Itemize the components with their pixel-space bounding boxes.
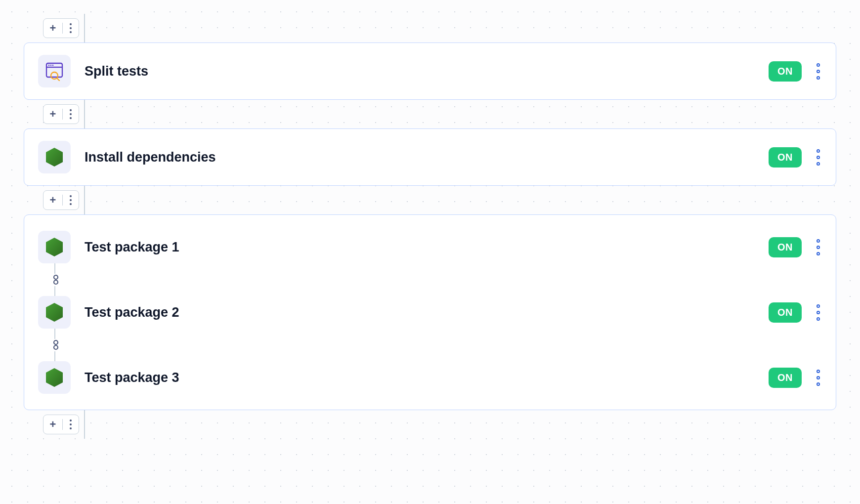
add-step-controls: +	[43, 18, 79, 38]
plus-icon: +	[50, 419, 56, 430]
add-step-controls: +	[43, 104, 79, 124]
kebab-icon	[70, 108, 72, 120]
step-menu-button[interactable]	[815, 237, 822, 257]
sub-step-test-package-2[interactable]: Test package 2 ON	[38, 296, 822, 329]
step-title: Split tests	[85, 64, 755, 79]
connector-row: +	[24, 100, 836, 128]
kebab-icon	[817, 149, 820, 153]
workflow-canvas: + Split tests ON	[0, 0, 860, 454]
script-icon	[38, 55, 71, 87]
more-button[interactable]	[63, 191, 79, 210]
kebab-icon	[817, 304, 820, 308]
svg-point-10	[54, 280, 58, 284]
svg-point-12	[54, 340, 58, 344]
connector-row: +	[24, 186, 836, 214]
toggle-on[interactable]: ON	[769, 302, 802, 323]
svg-marker-14	[46, 368, 63, 387]
connector-line	[84, 14, 85, 42]
link-icon	[49, 274, 62, 286]
connector-line	[84, 100, 85, 128]
step-title: Test package 1	[85, 240, 755, 255]
step-title: Install dependencies	[85, 150, 755, 165]
kebab-icon	[817, 370, 820, 373]
plus-icon: +	[50, 23, 56, 34]
step-card-split-tests[interactable]: Split tests ON	[24, 42, 836, 100]
svg-point-13	[54, 345, 58, 349]
step-menu-button[interactable]	[815, 61, 822, 82]
step-controls: ON	[769, 237, 822, 257]
step-controls: ON	[769, 302, 822, 323]
node-icon	[38, 361, 71, 394]
step-card-install-dependencies[interactable]: Install dependencies ON	[24, 128, 836, 186]
more-button[interactable]	[63, 19, 79, 38]
plus-icon: +	[50, 109, 56, 120]
step-menu-button[interactable]	[815, 147, 822, 168]
svg-point-2	[48, 65, 50, 66]
add-button[interactable]: +	[43, 415, 62, 434]
sub-step-test-package-3[interactable]: Test package 3 ON	[38, 361, 822, 394]
svg-line-6	[57, 78, 59, 81]
svg-marker-8	[46, 238, 63, 256]
kebab-icon	[817, 63, 820, 67]
step-controls: ON	[769, 61, 822, 82]
step-title: Test package 2	[85, 305, 755, 320]
kebab-icon	[817, 239, 820, 243]
toggle-on[interactable]: ON	[769, 61, 802, 82]
svg-point-3	[50, 65, 52, 66]
toggle-on[interactable]: ON	[769, 237, 802, 257]
node-icon	[38, 296, 71, 329]
link-connector	[38, 329, 822, 361]
connector-line	[84, 410, 85, 439]
add-button[interactable]: +	[43, 105, 62, 124]
kebab-icon	[70, 419, 72, 430]
more-button[interactable]	[63, 105, 79, 124]
link-connector	[38, 263, 822, 296]
node-icon	[38, 231, 71, 263]
kebab-icon	[70, 194, 72, 206]
connector-row: +	[24, 14, 836, 42]
svg-marker-11	[46, 303, 63, 322]
add-button[interactable]: +	[43, 19, 62, 38]
plus-icon: +	[50, 195, 56, 206]
step-controls: ON	[769, 368, 822, 388]
step-menu-button[interactable]	[815, 302, 822, 323]
toggle-on[interactable]: ON	[769, 147, 802, 168]
add-step-controls: +	[43, 190, 79, 210]
kebab-icon	[70, 22, 72, 34]
node-icon	[38, 141, 71, 173]
add-button[interactable]: +	[43, 191, 62, 210]
connector-row: +	[24, 410, 836, 439]
toggle-on[interactable]: ON	[769, 368, 802, 388]
step-controls: ON	[769, 147, 822, 168]
svg-point-4	[52, 65, 54, 66]
step-title: Test package 3	[85, 370, 755, 385]
svg-marker-7	[46, 148, 63, 167]
connector-line	[84, 186, 85, 214]
step-menu-button[interactable]	[815, 368, 822, 388]
more-button[interactable]	[63, 415, 79, 434]
step-group-card[interactable]: Test package 1 ON	[24, 214, 836, 410]
add-step-controls: +	[43, 415, 79, 434]
sub-step-test-package-1[interactable]: Test package 1 ON	[38, 231, 822, 263]
svg-point-9	[54, 275, 58, 279]
link-icon	[49, 339, 62, 351]
